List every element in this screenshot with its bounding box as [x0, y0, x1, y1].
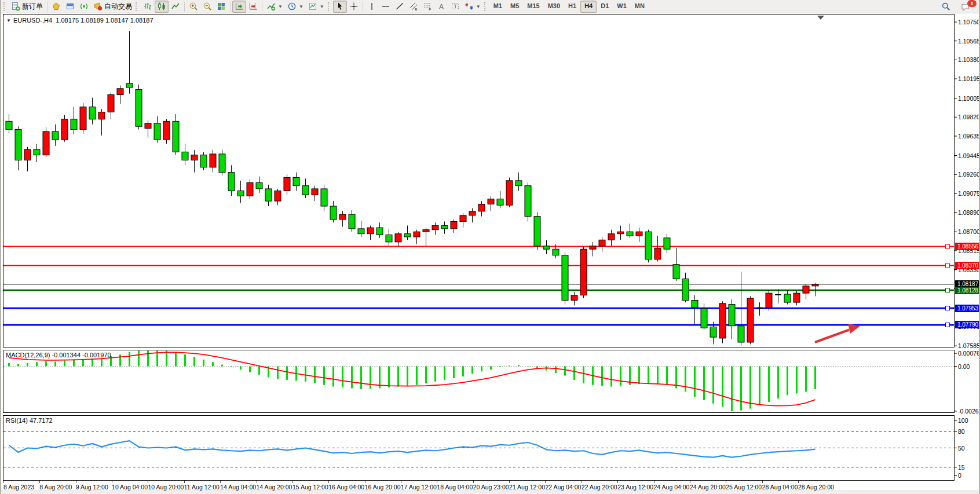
trading-terminal-window: 新订单 自动交易 ▼ ▼ ▼ E F A: [0, 0, 980, 494]
svg-text:T: T: [454, 3, 457, 9]
zoom-out-button[interactable]: [200, 1, 214, 13]
vertical-line-button[interactable]: [365, 1, 379, 13]
bar-chart-button[interactable]: [141, 1, 155, 13]
dropdown-arrow-icon: ▼: [299, 4, 303, 9]
rsi-axis-tick: 50: [958, 445, 965, 452]
auto-scroll-icon: [235, 2, 244, 11]
time-axis-tick: [365, 481, 365, 483]
fibonacci-button[interactable]: F: [420, 1, 434, 13]
macd-panel-canvas[interactable]: [1, 350, 980, 413]
horizontal-line-button[interactable]: [379, 1, 393, 13]
price-axis-tick: 1.09260: [958, 171, 980, 178]
autotrading-button[interactable]: 自动交易: [91, 1, 134, 13]
rsi-panel-canvas[interactable]: [1, 415, 980, 481]
new-order-button[interactable]: 新订单: [9, 1, 45, 13]
macd-indicator-label: MACD(12,26,9) -0.001344 -0.001970: [6, 352, 111, 358]
main-toolbar: 新订单 自动交易 ▼ ▼ ▼ E F A: [1, 0, 979, 13]
market-watch-button[interactable]: [49, 1, 63, 13]
equidistant-channel-button[interactable]: E: [407, 1, 420, 13]
timeframe-button-M15[interactable]: M15: [523, 1, 543, 13]
timeframe-button-M1[interactable]: M1: [489, 1, 506, 13]
time-axis-label: 8 Aug 2023: [3, 484, 34, 491]
toolbar-grip[interactable]: [3, 2, 7, 11]
notification-badge: 1: [967, 0, 977, 7]
time-axis-label: 25 Aug 12:00: [726, 484, 762, 491]
time-axis-tick: [148, 481, 148, 483]
time-axis-label: 18 Aug 04:00: [437, 484, 473, 491]
time-axis-tick: [473, 481, 474, 483]
arrows-icon: [465, 2, 474, 11]
timeframe-button-D1[interactable]: D1: [597, 1, 613, 13]
cursor-button[interactable]: [333, 1, 347, 13]
time-axis-label: 10 Aug 20:00: [148, 484, 184, 491]
time-axis-label: 28 Aug 04:00: [762, 484, 798, 491]
timeframe-button-H1[interactable]: H1: [564, 1, 580, 13]
svg-text:E: E: [415, 8, 417, 11]
indicators-button[interactable]: ▼: [264, 1, 285, 13]
timeframe-button-M30[interactable]: M30: [544, 1, 564, 13]
time-axis-tick: [726, 481, 726, 483]
text-icon: A: [437, 2, 446, 11]
line-chart-button[interactable]: [169, 1, 182, 13]
search-button[interactable]: [939, 1, 953, 13]
time-axis-label: 21 Aug 12:00: [509, 484, 545, 491]
text-label-button[interactable]: T: [448, 1, 462, 13]
chart-shift-button[interactable]: [246, 1, 260, 13]
chart-symbol-period: EURUSD-,H4: [13, 17, 52, 24]
time-axis-tick: [654, 481, 654, 483]
signal-button[interactable]: [77, 1, 91, 13]
main-chart-canvas[interactable]: [1, 14, 980, 347]
bar-chart-icon: [143, 2, 152, 11]
time-axis-tick: [545, 481, 546, 483]
time-axis-label: 14 Aug 20:00: [257, 484, 292, 491]
crosshair-button[interactable]: [347, 1, 361, 13]
toolbar-grip[interactable]: [484, 2, 488, 11]
timeframe-button-W1[interactable]: W1: [613, 1, 631, 13]
chart-title: ▼EURUSD-,H4 1.08175 1.08189 1.08147 1.08…: [6, 17, 153, 24]
templates-button[interactable]: ▼: [306, 1, 327, 13]
macd-axis-tick: -0.002648: [958, 408, 980, 415]
level-price-label: 1.07790: [955, 321, 980, 328]
toolbar-grip[interactable]: [136, 2, 139, 11]
navigator-icon: [65, 2, 75, 11]
vertical-line-icon: [367, 2, 376, 11]
rsi-axis-tick: 80: [958, 428, 965, 435]
level-price-label: 1.08128: [955, 287, 980, 294]
timeframe-button-H4[interactable]: H4: [580, 1, 597, 13]
price-axis-tick: 1.08890: [958, 209, 980, 216]
text-button[interactable]: A: [434, 1, 448, 13]
time-axis-tick: [76, 481, 76, 483]
time-axis-tick: [112, 481, 112, 483]
toolbar-separator: [230, 2, 231, 12]
zoom-in-button[interactable]: [187, 1, 200, 13]
toolbar-separator: [262, 2, 262, 12]
arrows-button[interactable]: ▼: [462, 1, 483, 13]
autotrading-label: 自动交易: [104, 2, 132, 12]
navigator-button[interactable]: [63, 1, 77, 13]
candlestick-chart-button[interactable]: [155, 1, 169, 13]
periods-button[interactable]: ▼: [285, 1, 306, 13]
toolbar-grip[interactable]: [328, 2, 331, 11]
templates-icon: [308, 2, 317, 11]
time-axis-label: 28 Aug 20:00: [798, 484, 834, 491]
zoom-in-icon: [189, 2, 198, 11]
notifications-button[interactable]: 1: [958, 1, 975, 13]
time-axis-label: 11 Aug 12:00: [184, 484, 220, 491]
time-axis-label: 10 Aug 04:00: [112, 484, 148, 491]
chart-collapse-icon[interactable]: ▼: [6, 18, 11, 23]
rsi-axis-tick: 100: [958, 417, 968, 424]
macd-axis-tick: 0.00: [958, 363, 970, 370]
time-axis-label: 9 Aug 12:00: [76, 484, 108, 491]
time-axis-tick: [798, 481, 799, 483]
timeframe-button-M5[interactable]: M5: [506, 1, 523, 13]
trendline-button[interactable]: [393, 1, 407, 13]
level-price-label: 1.08556: [955, 243, 980, 250]
cursor-icon: [335, 2, 345, 11]
auto-scroll-button[interactable]: [232, 1, 246, 13]
tile-windows-button[interactable]: [214, 1, 228, 13]
svg-text:F: F: [429, 8, 431, 11]
rsi-indicator-label: RSI(14) 47.7172: [6, 417, 53, 424]
signal-icon: [79, 2, 89, 11]
window-bottom-edge: [1, 491, 979, 494]
timeframe-button-MN[interactable]: MN: [631, 1, 649, 13]
